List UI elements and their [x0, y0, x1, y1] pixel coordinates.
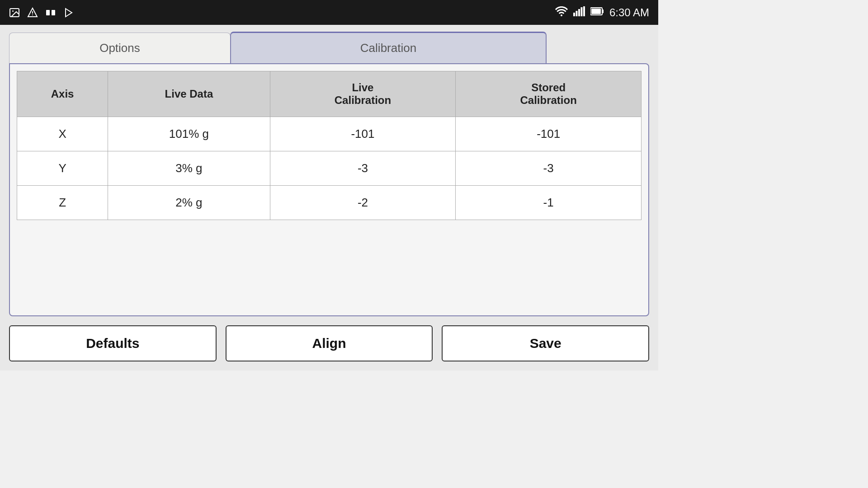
main-content: Options Calibration Axis Live Data LiveC…: [0, 25, 658, 371]
align-button[interactable]: Align: [226, 325, 433, 361]
svg-rect-9: [578, 9, 580, 16]
svg-rect-7: [573, 13, 575, 16]
cell-live-calibration: -3: [270, 151, 456, 186]
calibration-table: Axis Live Data LiveCalibration StoredCal…: [17, 71, 642, 220]
status-icons: [9, 7, 74, 18]
svg-rect-10: [580, 7, 582, 16]
status-bar: 6:30 AM: [0, 0, 658, 25]
tab-options[interactable]: Options: [9, 33, 231, 63]
signal-icon: [573, 6, 585, 19]
svg-rect-13: [602, 9, 604, 13]
col-live-calibration: LiveCalibration: [270, 71, 456, 117]
image-icon: [9, 7, 20, 18]
record-icon: [45, 7, 56, 18]
cell-axis: X: [17, 117, 108, 151]
cell-live-data: 101% g: [108, 117, 270, 151]
cell-stored-calibration: -1: [456, 186, 642, 220]
defaults-button[interactable]: Defaults: [9, 325, 217, 361]
svg-point-3: [32, 14, 33, 15]
svg-rect-8: [576, 11, 577, 16]
svg-rect-11: [583, 6, 585, 16]
play-icon: [63, 7, 74, 18]
save-button[interactable]: Save: [442, 325, 649, 361]
col-live-data: Live Data: [108, 71, 270, 117]
table-row: Z 2% g -2 -1: [17, 186, 642, 220]
cell-live-calibration: -2: [270, 186, 456, 220]
clock: 6:30 AM: [609, 6, 649, 19]
col-axis: Axis: [17, 71, 108, 117]
warning-icon: [27, 7, 38, 18]
wifi-icon: [555, 6, 568, 19]
cell-axis: Y: [17, 151, 108, 186]
svg-rect-14: [591, 9, 601, 14]
bottom-buttons: Defaults Align Save: [9, 325, 649, 361]
cell-stored-calibration: -3: [456, 151, 642, 186]
status-right: 6:30 AM: [555, 6, 649, 19]
cell-live-data: 3% g: [108, 151, 270, 186]
tab-calibration[interactable]: Calibration: [230, 32, 547, 63]
svg-marker-6: [66, 9, 72, 17]
cell-live-calibration: -101: [270, 117, 456, 151]
tabs: Options Calibration: [9, 32, 649, 63]
calibration-panel: Axis Live Data LiveCalibration StoredCal…: [9, 63, 649, 316]
col-stored-calibration: StoredCalibration: [456, 71, 642, 117]
cell-stored-calibration: -101: [456, 117, 642, 151]
table-row: Y 3% g -3 -3: [17, 151, 642, 186]
cell-axis: Z: [17, 186, 108, 220]
svg-rect-4: [46, 10, 50, 15]
table-header-row: Axis Live Data LiveCalibration StoredCal…: [17, 71, 642, 117]
svg-rect-5: [52, 10, 55, 15]
svg-point-1: [12, 10, 14, 12]
battery-icon: [590, 7, 604, 19]
table-row: X 101% g -101 -101: [17, 117, 642, 151]
cell-live-data: 2% g: [108, 186, 270, 220]
